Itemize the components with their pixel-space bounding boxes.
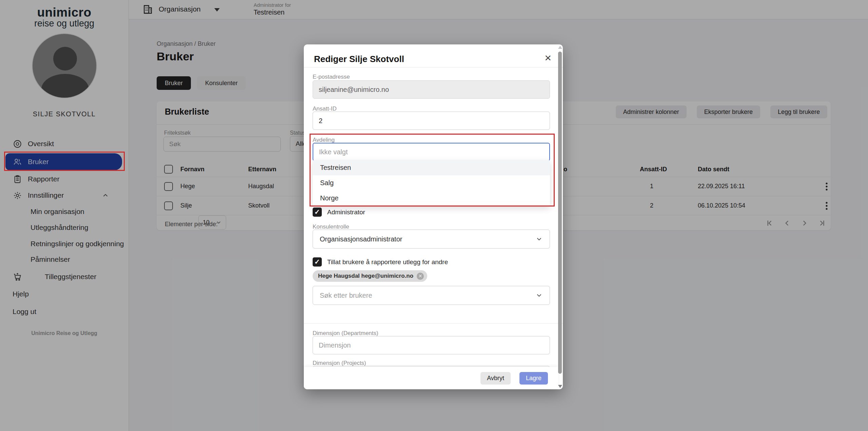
- report-for-others-checkbox-row: Tillat brukere å rapportere utlegg for a…: [313, 257, 448, 267]
- scroll-up-icon[interactable]: [558, 46, 562, 49]
- selected-user-chip: Hege Haugsdal hege@unimicro.no ✕: [313, 270, 427, 282]
- close-icon[interactable]: ×: [545, 52, 551, 63]
- dimension-departments-label: Dimensjon (Departments): [313, 330, 378, 337]
- department-input[interactable]: [313, 143, 550, 161]
- modal-title: Rediger Silje Skotvoll: [314, 54, 404, 64]
- modal-footer: Avbryt Lagre: [304, 367, 558, 389]
- user-search-placeholder: Søk etter brukere: [320, 292, 372, 299]
- administrator-checkbox-row: Administrator: [313, 208, 365, 217]
- consultant-role-label: Konsulentrolle: [313, 223, 349, 230]
- chevron-down-icon: [535, 235, 543, 243]
- report-for-others-checkbox[interactable]: [313, 257, 322, 267]
- administrator-checkbox[interactable]: [313, 208, 322, 217]
- scroll-down-icon[interactable]: [558, 385, 562, 388]
- dimension-departments-field[interactable]: [313, 336, 550, 354]
- email-field: [313, 80, 550, 99]
- cancel-button[interactable]: Avbryt: [480, 372, 511, 385]
- department-label: Avdeling: [313, 137, 335, 143]
- user-search-select[interactable]: Søk etter brukere: [313, 286, 550, 305]
- consultant-role-value: Organisasjonsadministrator: [320, 235, 402, 243]
- modal-scrollbar[interactable]: [558, 46, 562, 388]
- dropdown-option-norge[interactable]: Norge: [313, 191, 550, 206]
- dropdown-option-salg[interactable]: Salg: [313, 175, 550, 191]
- department-dropdown: Testreisen Salg Norge: [313, 160, 550, 206]
- report-for-others-label: Tillat brukere å rapportere utlegg for a…: [327, 258, 448, 266]
- scrollbar-thumb[interactable]: [558, 52, 562, 374]
- save-button[interactable]: Lagre: [519, 372, 548, 385]
- employee-id-label: Ansatt-ID: [313, 105, 337, 112]
- consultant-role-select[interactable]: Organisasjonsadministrator: [313, 230, 550, 249]
- divider: [304, 67, 563, 67]
- dropdown-option-testreisen[interactable]: Testreisen: [313, 160, 550, 175]
- chevron-down-icon: [535, 292, 543, 299]
- edit-user-modal: Rediger Silje Skotvoll × E-postadresse A…: [304, 44, 563, 389]
- chip-label: Hege Haugsdal hege@unimicro.no: [318, 273, 413, 279]
- email-label: E-postadresse: [313, 74, 350, 80]
- divider: [304, 323, 563, 324]
- administrator-label: Administrator: [327, 209, 365, 216]
- chip-remove-icon[interactable]: ✕: [417, 273, 424, 280]
- employee-id-field[interactable]: [313, 112, 550, 130]
- dimension-projects-label: Dimensjon (Projects): [313, 360, 366, 367]
